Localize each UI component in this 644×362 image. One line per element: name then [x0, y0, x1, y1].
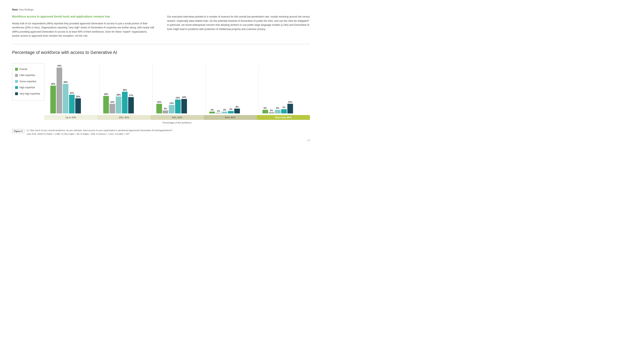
left-body-text: Nearly half of our respondents (46%) rep…: [12, 21, 155, 38]
bar-value-label: 3%: [223, 109, 226, 111]
bar: [63, 84, 68, 113]
figure-caption-line1: Q: How much of your overall workforce, d…: [27, 129, 172, 131]
x-band-label: 40%–60%: [150, 115, 204, 120]
bar-group: 16%5%14%23%24%: [153, 96, 206, 113]
bar: [269, 112, 274, 113]
legend-label: High expertise: [20, 85, 35, 90]
bar-wrapper: 2%: [269, 109, 274, 113]
right-body-text: Our executive interviews pointed to a nu…: [167, 15, 310, 31]
bar: [56, 67, 62, 113]
x-axis-label: Percentage of the workforce: [44, 121, 310, 124]
bar: [162, 110, 168, 113]
bar-wrapper: 6%: [275, 107, 280, 113]
legend-label: Very high expertise: [20, 91, 40, 96]
bar: [281, 109, 287, 113]
bar: [209, 112, 215, 113]
bar: [181, 99, 187, 113]
bar: [103, 96, 109, 113]
bar: [50, 86, 56, 113]
bar-value-label: 6%: [264, 107, 267, 109]
bar: [116, 96, 121, 113]
bar-value-label: 27%: [129, 94, 133, 96]
section-divider: [12, 44, 310, 44]
bar: [69, 95, 75, 113]
bar-wrapper: 29%: [103, 93, 109, 113]
bar-value-label: 49%: [64, 81, 68, 83]
bar-value-label: 16%: [288, 101, 292, 103]
bar: [128, 97, 134, 113]
bar: [110, 104, 115, 113]
bar-value-label: 16%: [157, 101, 161, 103]
legend-label: Little expertise: [20, 73, 35, 78]
bar-wrapper: 14%: [169, 102, 174, 113]
bar-value-label: 24%: [182, 96, 186, 98]
bar: [175, 99, 181, 113]
bar-wrapper: 24%: [181, 96, 187, 113]
bar-wrapper: 23%: [175, 96, 181, 113]
x-band-label: 60%–80%: [204, 115, 257, 120]
bar: [169, 105, 174, 113]
bar-wrapper: 76%: [56, 64, 62, 113]
legend-label: Overall: [20, 66, 27, 72]
section-label-text: Key findings: [19, 8, 34, 11]
bar-group: 3%1%3%4%8%: [206, 106, 258, 113]
bar-wrapper: 46%: [50, 83, 56, 113]
bar: [262, 110, 268, 113]
bar-value-label: 2%: [270, 109, 273, 112]
headline: Workforce access to approved GenAI tools…: [12, 15, 155, 19]
legend-item: Overall: [15, 66, 41, 72]
legend-swatch: [15, 80, 18, 83]
bar-value-label: 46%: [51, 83, 55, 85]
section-label-now: Now:: [12, 8, 18, 11]
bar-group: 29%16%28%36%27%: [100, 89, 152, 113]
bar-value-label: 29%: [104, 93, 108, 95]
chart-area: OverallLittle expertiseSome expertiseHig…: [12, 61, 310, 124]
bar-group: 46%76%49%31%25%: [44, 64, 100, 113]
bar-value-label: 14%: [170, 102, 174, 104]
bar-value-label: 31%: [70, 92, 74, 94]
bar-value-label: 23%: [176, 96, 180, 99]
section-label: Now: Key findings: [12, 8, 310, 11]
bar: [288, 104, 293, 113]
bar-wrapper: 4%: [228, 108, 234, 113]
x-band-label: 20%–40%: [98, 115, 150, 120]
bar-wrapper: 5%: [162, 107, 168, 113]
chart-main: 46%76%49%31%25%29%16%28%36%27%16%5%14%23…: [44, 61, 310, 124]
figure-caption-line2: (Jan./Feb. 2024) N (Total) = 1,982, N (V…: [27, 133, 130, 135]
bar-value-label: 28%: [116, 93, 121, 96]
figure-box: Figure 4 Q: How much of your overall wor…: [12, 129, 310, 136]
bar-wrapper: 16%: [288, 101, 293, 113]
legend-label: Some expertise: [20, 79, 36, 84]
figure-caption: Q: How much of your overall workforce, d…: [27, 129, 172, 136]
chart-title: Percentage of workforce with access to G…: [12, 50, 310, 55]
bar: [234, 109, 240, 113]
bar-value-label: 7%: [282, 106, 285, 109]
bar: [275, 110, 280, 113]
bar-wrapper: 16%: [156, 101, 162, 113]
bar: [122, 92, 128, 113]
bar-value-label: 1%: [217, 110, 220, 112]
legend-swatch: [15, 86, 18, 89]
chart-legend: OverallLittle expertiseSome expertiseHig…: [12, 63, 44, 100]
bar-value-label: 8%: [236, 106, 239, 108]
bar: [228, 111, 234, 113]
bar-value-label: 6%: [276, 107, 279, 109]
x-band-label: Up to 20%: [44, 115, 98, 120]
bar-group: 6%2%6%7%16%: [259, 101, 310, 113]
chart-section: Percentage of workforce with access to G…: [12, 50, 310, 124]
left-column: Workforce access to approved GenAI tools…: [12, 15, 155, 38]
bar-wrapper: 28%: [116, 93, 121, 113]
bar-wrapper: 6%: [262, 107, 268, 113]
bar-wrapper: 3%: [222, 109, 228, 113]
bar-value-label: 76%: [57, 64, 62, 67]
bar-wrapper: 31%: [69, 92, 75, 113]
bars-container: 46%76%49%31%25%29%16%28%36%27%16%5%14%23…: [44, 61, 310, 113]
bar-value-label: 25%: [76, 95, 80, 98]
bar-wrapper: 36%: [122, 89, 128, 113]
legend-swatch: [15, 68, 18, 71]
bar-value-label: 16%: [110, 101, 114, 103]
bar: [216, 113, 221, 113]
legend-swatch: [15, 74, 18, 77]
bar-value-label: 4%: [230, 108, 232, 110]
bar-wrapper: 7%: [281, 106, 287, 113]
